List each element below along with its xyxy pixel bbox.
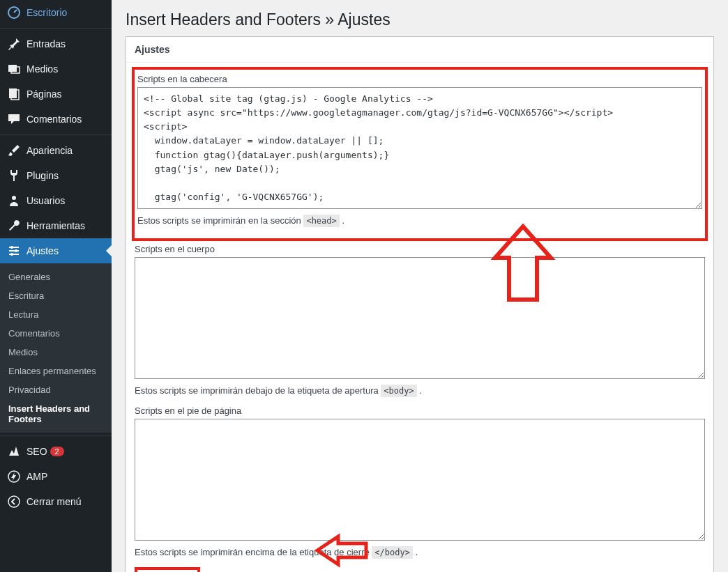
svg-point-10: [15, 249, 17, 252]
users-icon: [7, 194, 21, 208]
annotation-arrow-up-icon: [488, 223, 558, 307]
sidebar-item-label: Escritorio: [26, 7, 67, 18]
sidebar-item-usuarios[interactable]: Usuarios: [0, 188, 112, 213]
header-scripts-textarea[interactable]: [137, 87, 702, 209]
collapse-icon: [7, 495, 21, 509]
svg-point-11: [10, 253, 13, 256]
svg-point-5: [12, 196, 16, 200]
sidebar-item-label: Ajustes: [26, 245, 59, 256]
annotation-arrow-left-icon: [314, 533, 370, 568]
settings-submenu: Generales Escritura Lectura Comentarios …: [0, 263, 112, 433]
sidebar-item-entradas[interactable]: Entradas: [0, 31, 112, 56]
brush-icon: [7, 144, 21, 157]
footer-scripts-label: Scripts en el pie de página: [135, 405, 705, 416]
header-highlight: Scripts en la cabecera Estos scripts se …: [132, 67, 708, 241]
sidebar-item-plugins[interactable]: Plugins: [0, 163, 112, 188]
submenu-comentarios[interactable]: Comentarios: [0, 324, 112, 343]
pin-icon: [7, 37, 21, 51]
sidebar-item-label: Medios: [26, 63, 58, 75]
submenu-insert-headers-footers[interactable]: Insert Headers and Footers: [0, 399, 112, 428]
header-scripts-help: Estos scripts se imprimirán en la secció…: [137, 215, 702, 226]
body-scripts-textarea[interactable]: [135, 257, 705, 379]
sidebar-item-ajustes[interactable]: Ajustes: [0, 238, 112, 263]
dashboard-icon: [7, 6, 21, 20]
sidebar-item-label: AMP: [26, 471, 47, 482]
plug-icon: [7, 169, 21, 183]
sidebar-item-label: Usuarios: [26, 195, 65, 206]
main-content: Insert Headers and Footers » Ajustes Aju…: [112, 0, 728, 572]
sidebar-item-amp[interactable]: AMP: [0, 464, 112, 489]
sidebar-item-apariencia[interactable]: Apariencia: [0, 138, 112, 163]
sidebar-item-paginas[interactable]: Páginas: [0, 82, 112, 107]
submenu-lectura[interactable]: Lectura: [0, 305, 112, 324]
admin-sidebar: Escritorio Entradas Medios Páginas Comen…: [0, 0, 112, 572]
box-title: Ajustes: [126, 37, 713, 63]
sidebar-item-label: Plugins: [26, 170, 59, 181]
amp-icon: [7, 470, 21, 484]
settings-icon: [7, 244, 21, 258]
svg-rect-1: [8, 65, 17, 72]
save-highlight: Guardar: [135, 567, 200, 572]
seo-icon: [7, 445, 21, 458]
submenu-enlaces[interactable]: Enlaces permanentes: [0, 362, 112, 380]
sidebar-item-label: Páginas: [26, 88, 62, 100]
sidebar-item-seo[interactable]: SEO 2: [0, 439, 112, 464]
sidebar-item-label: Apariencia: [26, 145, 73, 156]
svg-point-13: [8, 496, 20, 507]
sidebar-item-label: SEO: [26, 446, 47, 457]
body-scripts-help: Estos scripts se imprimirán debajo de la…: [135, 385, 705, 396]
header-scripts-label: Scripts en la cabecera: [137, 74, 702, 84]
sidebar-item-medios[interactable]: Medios: [0, 56, 112, 82]
media-icon: [7, 62, 21, 76]
sidebar-item-label: Herramientas: [26, 220, 85, 231]
seo-badge: 2: [50, 447, 64, 456]
footer-scripts-help: Estos scripts se imprimirán encima de la…: [135, 547, 705, 557]
sidebar-item-label: Cerrar menú: [26, 496, 82, 507]
settings-box: Ajustes Scripts en la cabecera Estos scr…: [126, 36, 714, 572]
sidebar-item-collapse[interactable]: Cerrar menú: [0, 489, 112, 514]
submenu-medios[interactable]: Medios: [0, 343, 112, 362]
submenu-generales[interactable]: Generales: [0, 268, 112, 286]
tools-icon: [7, 219, 21, 233]
comments-icon: [7, 112, 21, 126]
footer-scripts-textarea[interactable]: [135, 419, 705, 541]
sidebar-item-label: Comentarios: [26, 114, 82, 125]
sidebar-item-label: Entradas: [26, 38, 66, 49]
sidebar-item-escritorio[interactable]: Escritorio: [0, 0, 112, 25]
sidebar-item-herramientas[interactable]: Herramientas: [0, 213, 112, 238]
submenu-privacidad[interactable]: Privacidad: [0, 380, 112, 399]
page-title: Insert Headers and Footers » Ajustes: [126, 0, 714, 36]
submenu-escritura[interactable]: Escritura: [0, 286, 112, 305]
body-scripts-label: Scripts en el cuerpo: [135, 244, 705, 254]
sidebar-item-comentarios[interactable]: Comentarios: [0, 107, 112, 132]
svg-point-9: [10, 246, 13, 249]
pages-icon: [7, 87, 21, 101]
